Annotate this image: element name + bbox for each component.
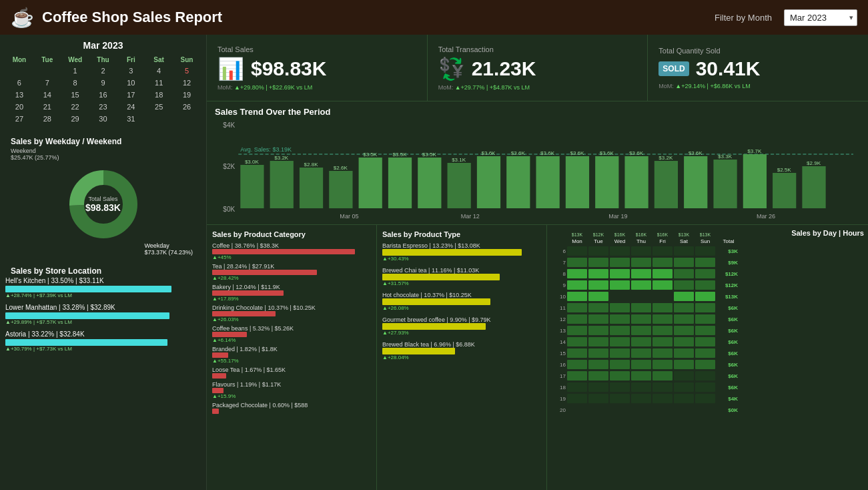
col-header-sun: Sun bbox=[695, 238, 715, 244]
dh-cell-14-1 bbox=[588, 337, 608, 346]
dh-cell-17-5 bbox=[674, 371, 694, 381]
filter-wrapper[interactable]: Mar 2023 Feb 2023 Jan 2023 ▾ bbox=[784, 9, 857, 26]
month-filter-select[interactable]: Mar 2023 Feb 2023 Jan 2023 bbox=[784, 9, 857, 26]
dh-cell-17-1 bbox=[588, 371, 608, 381]
store-section-title: Sales by Store Location bbox=[5, 262, 201, 277]
col-total-sat: $13K bbox=[674, 232, 694, 237]
dh-cell-20-5 bbox=[674, 405, 694, 415]
filter-label: Filter by Month bbox=[715, 13, 772, 23]
dh-cell-6-6 bbox=[695, 246, 715, 256]
dh-cell-18-6 bbox=[695, 383, 715, 392]
cal-header-wed: Wed bbox=[61, 55, 89, 65]
cat-item-bakery: Bakery | 12.04% | $11.9K ▲+17.89% bbox=[212, 284, 371, 302]
product-cat-section: Sales by Product Category Coffee | 38.76… bbox=[207, 225, 377, 490]
coffee-icon: ☕ bbox=[11, 7, 34, 29]
day-hours-header-row: $13K $12K $16K $16K $16K $13K $13K Sales… bbox=[551, 229, 864, 237]
calendar-title: Mar 2023 bbox=[5, 40, 201, 51]
kpi-mom-quantity: MoM: ▲+29.14% | +$6.86K vs LM bbox=[659, 83, 857, 89]
type-bar-espresso bbox=[382, 249, 522, 256]
cal-header-thu: Thu bbox=[89, 55, 117, 65]
col-total-mon: $13K bbox=[567, 232, 587, 237]
dh-cell-6-3 bbox=[631, 246, 651, 256]
cat-item-branded: Branded | 1.82% | $1.8K ▲+55.17% bbox=[212, 346, 371, 364]
cal-week-4: 20 21 22 23 24 25 26 bbox=[5, 101, 201, 113]
dh-cell-11-6 bbox=[695, 303, 715, 312]
store-bar-1 bbox=[5, 286, 171, 292]
svg-text:$3.6K: $3.6K bbox=[511, 150, 526, 156]
store-item-1: Hell's Kitchen | 33.50% | $33.11K ▲+28.7… bbox=[5, 277, 201, 298]
bottom-row: Sales by Product Category Coffee | 38.76… bbox=[207, 225, 868, 490]
dh-row-9: 9$12K bbox=[551, 280, 864, 290]
dh-row-7: 7$9K bbox=[551, 257, 864, 268]
type-item-gourmet: Gourmet brewed coffee | 9.90% | $9.79K ▲… bbox=[382, 316, 541, 336]
dh-cell-14-6 bbox=[695, 337, 715, 346]
cat-item-tea: Tea | 28.24% | $27.91K ▲+28.42% bbox=[212, 263, 371, 281]
dh-cell-9-4 bbox=[653, 280, 673, 290]
trend-section: Sales Trend Over the Period $4K $2K $0K … bbox=[207, 101, 868, 225]
cal-header-sun: Sun bbox=[173, 55, 201, 65]
dh-cell-9-6 bbox=[695, 280, 715, 290]
dh-cell-18-0 bbox=[567, 383, 587, 392]
svg-text:$2.5K: $2.5K bbox=[777, 167, 792, 173]
cat-bar-loosetea bbox=[212, 373, 226, 379]
svg-text:$3.6K: $3.6K bbox=[629, 150, 644, 156]
svg-text:$3.3K: $3.3K bbox=[718, 154, 733, 160]
dh-cell-16-3 bbox=[631, 360, 651, 369]
svg-rect-8 bbox=[240, 165, 264, 208]
dh-cell-7-1 bbox=[588, 258, 608, 267]
dh-total-15: $6K bbox=[717, 350, 738, 356]
cat-bar-coffee bbox=[212, 249, 355, 254]
cal-header-fri: Fri bbox=[117, 55, 145, 65]
svg-rect-38 bbox=[684, 156, 707, 208]
svg-rect-20 bbox=[418, 158, 441, 208]
dh-hour-18: 18 bbox=[551, 385, 566, 391]
svg-rect-30 bbox=[566, 156, 589, 208]
dh-cell-6-5 bbox=[674, 246, 694, 256]
svg-text:$4K: $4K bbox=[223, 121, 235, 129]
svg-text:Mar 12: Mar 12 bbox=[461, 213, 480, 218]
dh-cell-13-6 bbox=[695, 326, 715, 335]
dh-cell-7-2 bbox=[610, 258, 630, 267]
svg-text:Mar 05: Mar 05 bbox=[340, 213, 358, 218]
dh-cell-6-0 bbox=[567, 246, 587, 256]
weekend-label: Weekend$25.47K (25.77%) bbox=[11, 148, 59, 161]
dh-cell-8-4 bbox=[653, 269, 673, 278]
kpi-total-transaction: Total Transaction 💱 21.23K MoM: ▲+29.77%… bbox=[428, 35, 648, 101]
dh-cell-10-0 bbox=[567, 292, 587, 301]
cat-bar-bakery bbox=[212, 290, 284, 296]
svg-rect-16 bbox=[359, 158, 382, 208]
dh-cell-14-0 bbox=[567, 337, 587, 346]
cal-header-sat: Sat bbox=[145, 55, 173, 65]
kpi-mom-transaction: MoM: ▲+29.77% | +$4.87K vs LM bbox=[438, 84, 637, 91]
svg-text:$2.6K: $2.6K bbox=[334, 165, 348, 171]
dh-cell-8-3 bbox=[631, 269, 651, 278]
svg-text:$3.5K: $3.5K bbox=[363, 152, 378, 158]
kpi-mom-sales: MoM: ▲+29.80% | +$22.69K vs LM bbox=[218, 84, 416, 91]
dh-cell-9-5 bbox=[674, 280, 694, 290]
dh-cell-15-4 bbox=[653, 348, 673, 358]
type-item-espresso: Barista Espresso | 13.23% | $13.08K ▲+30… bbox=[382, 242, 541, 262]
dh-cell-6-2 bbox=[610, 246, 630, 256]
dh-cell-15-2 bbox=[610, 348, 630, 358]
svg-text:$3.6K: $3.6K bbox=[570, 150, 584, 156]
cat-item-packaged-choc: Packaged Chocolate | 0.60% | $588 bbox=[212, 402, 371, 414]
right-content: Total Sales 📊 $98.83K MoM: ▲+29.80% | +$… bbox=[207, 35, 868, 490]
svg-rect-46 bbox=[802, 166, 825, 208]
dh-total-19: $4K bbox=[717, 396, 738, 402]
col-header-mon: Mon bbox=[567, 238, 587, 244]
donut-center: Total Sales $98.83K bbox=[85, 196, 121, 213]
col-header-sat: Sat bbox=[674, 238, 694, 244]
sold-badge: SOLD bbox=[659, 61, 689, 76]
dh-cell-10-4 bbox=[653, 292, 673, 301]
dh-cell-12-0 bbox=[567, 314, 587, 324]
dh-cell-12-3 bbox=[631, 314, 651, 324]
dh-hour-19: 19 bbox=[551, 396, 566, 402]
cal-week-2: 6 7 8 9 10 11 12 bbox=[5, 77, 201, 89]
dh-hour-12: 12 bbox=[551, 316, 566, 322]
dh-cell-16-5 bbox=[674, 360, 694, 369]
dh-row-18: 18$6K bbox=[551, 382, 864, 393]
trend-title: Sales Trend Over the Period bbox=[215, 107, 860, 117]
cat-item-coffee-beans: Coffee beans | 5.32% | $5.26K ▲+6.14% bbox=[212, 325, 371, 343]
type-bar-gourmet bbox=[382, 323, 486, 330]
dh-row-11: 11$6K bbox=[551, 302, 864, 313]
